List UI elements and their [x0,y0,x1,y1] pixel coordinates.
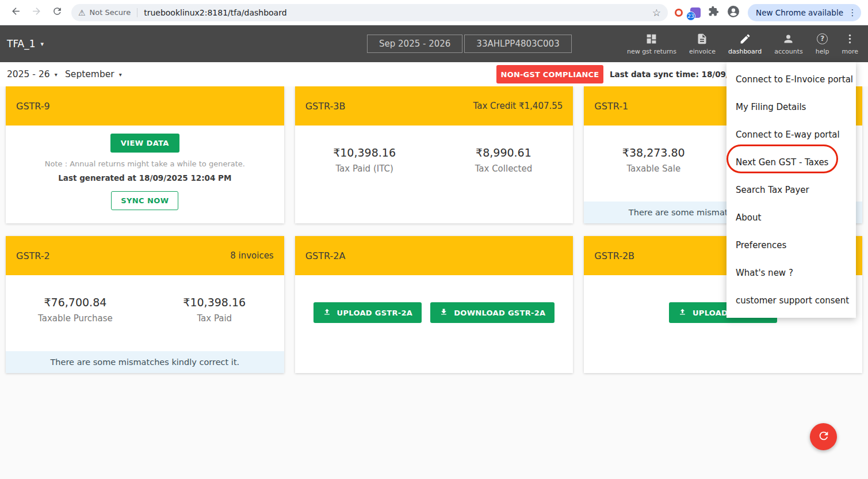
button-label: UPLOAD GSTR-2A [337,309,413,317]
nav-einvoice[interactable]: einvoice [683,32,722,55]
metric-tax-collected: ₹8,990.61 Tax Collected [434,146,573,174]
company-selector[interactable]: TFA_1 ▾ [7,38,44,50]
card-gstr2-header: GSTR-2 8 invoices [6,236,284,275]
nav-label: help [816,48,829,55]
screen: ⚠ Not Secure truebooklinux2:8181/tfa/das… [0,0,868,479]
card-gstr2a-header: GSTR-2A [295,236,573,275]
nav-more[interactable]: more [836,32,865,55]
card-gstr9: GSTR-9 VIEW DATA Note : Annual returns m… [6,86,284,223]
metric-label: Tax Paid [197,313,232,324]
chevron-down-icon: ▾ [119,71,122,78]
download-gstr2a-button[interactable]: DOWNLOAD GSTR-2A [430,302,555,323]
menu-item-whats-new[interactable]: What's new ? [726,259,856,287]
year-selector[interactable]: 2025 - 26 ▾ [7,69,58,79]
upload-icon [678,307,687,318]
extension-red-icon[interactable] [675,9,683,17]
person-icon [782,32,794,45]
refresh-button[interactable] [47,3,67,22]
card-gstr2-body: ₹76,700.84 Taxable Purchase ₹10,398.16 T… [6,275,284,373]
mismatch-note: There are some mismatches kindly correct… [6,351,284,373]
browser-menu-icon[interactable]: ⋮ [847,7,858,18]
menu-item-customer-support-consent[interactable]: customer support consent [726,287,856,314]
menu-item-connect-einvoice-portal[interactable]: Connect to E-Invoice portal [726,66,856,93]
grid-icon [645,32,657,45]
profile-icon[interactable] [726,5,740,21]
warning-icon: ⚠ [78,8,86,17]
toolbar-right-cluster: 23 New Chrome available ⋮ [675,4,862,21]
card-title: GSTR-2 [16,250,50,261]
metric-label: Tax Paid (ITC) [335,164,393,174]
menu-item-connect-eway-portal[interactable]: Connect to E-way portal [726,121,856,149]
year-value: 2025 - 26 [7,69,50,79]
more-menu: Connect to E-Invoice portal My Filing De… [726,62,856,318]
card-title: GSTR-9 [16,101,50,112]
forward-button[interactable] [26,3,46,22]
card-title: GSTR-2A [305,250,346,261]
metric-taxable-purchase: ₹76,700.84 Taxable Purchase [6,296,145,324]
document-icon [696,32,708,45]
upload-gstr2a-button[interactable]: UPLOAD GSTR-2A [313,302,422,323]
month-selector[interactable]: September ▾ [65,69,122,79]
app-nav: new gst returns einvoice dashboard accou… [621,25,865,62]
metric-value: ₹8,990.61 [476,146,531,159]
nav-label: dashboard [728,48,762,55]
menu-item-next-gen-gst-taxes[interactable]: Next Gen GST - Taxes [726,149,856,176]
nav-label: accounts [774,48,803,55]
card-gstr2a-body: UPLOAD GSTR-2A DOWNLOAD GSTR-2A [295,275,573,373]
chevron-down-icon: ▾ [55,71,58,78]
gst-info-boxes: Sep 2025 - 2026 33AHLPP4803C003 [367,35,572,53]
address-bar[interactable]: ⚠ Not Secure truebooklinux2:8181/tfa/das… [71,4,668,21]
month-value: September [65,69,114,79]
back-icon [10,6,21,19]
omnibox-divider [137,8,137,17]
button-label: DOWNLOAD GSTR-2A [454,309,545,317]
bookmark-star-icon[interactable]: ☆ [652,7,661,18]
non-gst-compliance-button[interactable]: NON-GST COMPLIANCE [496,65,603,83]
card-title: GSTR-2B [594,250,634,261]
nav-label: more [842,48,859,55]
refresh-fab[interactable] [810,423,837,450]
sync-now-button[interactable]: SYNC NOW [111,191,178,210]
menu-item-my-filing-details[interactable]: My Filing Details [726,93,856,121]
nav-accounts[interactable]: accounts [768,32,809,55]
security-chip[interactable]: ⚠ Not Secure [78,8,131,17]
chrome-update-label: New Chrome available [756,8,843,17]
url-text[interactable]: truebooklinux2:8181/tfa/dashboard [144,8,648,17]
security-label: Not Secure [90,8,131,17]
period-box[interactable]: Sep 2025 - 2026 [367,35,462,53]
nav-dashboard[interactable]: dashboard [722,32,768,55]
tax-credit-text: Tax Credit ₹1,407.55 [473,101,563,111]
upload-icon [323,307,331,318]
metric-value: ₹10,398.16 [333,146,396,159]
nav-help[interactable]: ? help [809,32,836,55]
card-gstr3b-header: GSTR-3B Tax Credit ₹1,407.55 [295,86,573,126]
card-gstr3b: GSTR-3B Tax Credit ₹1,407.55 ₹10,398.16 … [295,86,573,223]
card-gstr2: GSTR-2 8 invoices ₹76,700.84 Taxable Pur… [6,236,284,373]
menu-item-preferences[interactable]: Preferences [726,231,856,259]
menu-item-about[interactable]: About [726,204,856,231]
nav-new-gst-returns[interactable]: new gst returns [621,32,683,55]
extension-purple-icon[interactable]: 23 [690,7,701,18]
menu-item-search-tax-payer[interactable]: Search Tax Payer [726,176,856,204]
chrome-update-button[interactable]: New Chrome available ⋮ [748,4,861,21]
more-dots-icon [844,32,856,45]
metric-value: ₹76,700.84 [44,296,107,309]
download-icon [439,307,448,318]
view-data-button[interactable]: VIEW DATA [110,134,179,153]
nav-label: new gst returns [627,48,676,55]
pencil-icon [739,32,751,45]
nav-label: einvoice [689,48,716,55]
metric-taxable-sale: ₹38,273.80 Taxable Sale [584,146,723,174]
metric-tax-paid: ₹10,398.16 Tax Paid [145,296,284,324]
app-header: TFA_1 ▾ Sep 2025 - 2026 33AHLPP4803C003 … [0,25,868,62]
forward-icon [31,6,42,19]
back-button[interactable] [6,3,25,22]
metric-value: ₹38,273.80 [622,146,685,159]
last-generated-text: Last generated at 18/09/2025 12:04 PM [58,173,231,183]
annual-returns-note: Note : Annual returns might take a while… [45,159,245,168]
extensions-puzzle-icon[interactable] [708,6,719,19]
company-name: TFA_1 [7,38,36,50]
card-gstr9-body: VIEW DATA Note : Annual returns might ta… [6,126,284,223]
question-icon: ? [817,32,828,45]
refresh-icon [52,6,63,19]
